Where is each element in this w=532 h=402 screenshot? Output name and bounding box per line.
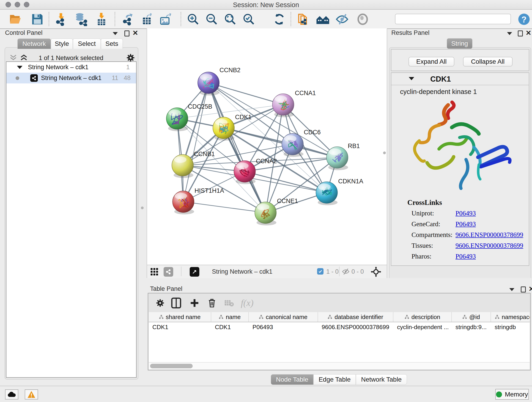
- table-cell[interactable]: stringdb: [491, 322, 530, 332]
- delete-column-trash-icon[interactable]: [207, 298, 216, 308]
- control-panel-menu-caret-icon[interactable]: [113, 32, 118, 35]
- document-share-icon: [297, 13, 310, 26]
- network-node-ccnb2[interactable]: CCNB2: [198, 67, 241, 95]
- collapse-all-chevron-icon[interactable]: [9, 54, 17, 61]
- table-hscrollbar[interactable]: [149, 362, 530, 370]
- import-network-database-button[interactable]: [74, 12, 88, 26]
- tab-sets[interactable]: Sets: [101, 38, 123, 49]
- tab-style[interactable]: Style: [51, 38, 73, 49]
- save-session-button[interactable]: [30, 12, 44, 26]
- table-panel-float-button[interactable]: [521, 287, 526, 293]
- export-image-button[interactable]: [158, 12, 173, 26]
- network-node-cdc25b[interactable]: CDC25B: [166, 103, 212, 131]
- import-network-file-button[interactable]: [54, 12, 68, 26]
- network-graph[interactable]: CCNB2CCNA1CDC25BCDK1CDC6RB1CCNB1CCNA2CDK…: [147, 28, 387, 264]
- network-node-ccne1[interactable]: CCNE1: [255, 198, 298, 225]
- network-collection-row[interactable]: String Network – cdk1 1: [6, 62, 136, 73]
- tab-network-table[interactable]: Network Table: [356, 374, 407, 385]
- control-panel-float-button[interactable]: [124, 31, 129, 36]
- open-session-from-cloud-button[interactable]: [296, 12, 310, 26]
- node-label: CDC25B: [188, 103, 212, 110]
- node-label: CDC6: [304, 129, 321, 136]
- network-node-rb1[interactable]: RB1: [326, 143, 360, 170]
- network-edge[interactable]: [183, 202, 266, 213]
- table-hscrollbar-thumb[interactable]: [150, 364, 193, 368]
- results-panel-close-button[interactable]: ✕: [526, 30, 531, 36]
- column-header-database-identifier[interactable]: database identifier: [318, 312, 393, 322]
- cloud-status-button[interactable]: [5, 389, 18, 400]
- expand-all-chevron-icon[interactable]: [20, 54, 28, 61]
- gene-section-expander-icon[interactable]: [409, 77, 414, 80]
- birds-eye-view-grid-icon[interactable]: [150, 268, 158, 276]
- crosslink-link[interactable]: P06493: [456, 220, 476, 231]
- string-badge-icon[interactable]: [164, 267, 173, 277]
- table-options-gear-icon[interactable]: [156, 298, 165, 307]
- fit-selected-crosshair-icon[interactable]: [371, 267, 381, 277]
- network-edge[interactable]: [183, 83, 209, 202]
- network-edge[interactable]: [209, 83, 283, 104]
- column-header-name[interactable]: name: [211, 312, 249, 322]
- crosslinks-title: CrossLinks: [407, 198, 442, 207]
- crosslink-link[interactable]: P06493: [456, 210, 476, 220]
- memory-button[interactable]: Memory: [495, 389, 529, 400]
- network-node-cdc6[interactable]: CDC6: [282, 129, 321, 157]
- network-node-ccna1[interactable]: CCNA1: [272, 89, 316, 117]
- add-column-plus-icon[interactable]: [190, 298, 199, 308]
- home-button[interactable]: [316, 12, 330, 26]
- column-header-namespace[interactable]: namespace: [491, 312, 530, 322]
- table-panel-menu-caret-icon[interactable]: [509, 288, 514, 291]
- network-canvas[interactable]: CCNB2CCNA1CDC25BCDK1CDC6RB1CCNB1CCNA2CDK…: [147, 28, 387, 265]
- show-graphics-details-button[interactable]: [355, 12, 370, 26]
- network-node-cdkn1a[interactable]: CDKN1A: [316, 178, 363, 205]
- crosslink-link[interactable]: 9606.ENSP00000378699: [456, 231, 523, 242]
- collection-expander-icon[interactable]: [17, 66, 22, 69]
- search-input[interactable]: [395, 14, 511, 24]
- crosslink-link[interactable]: P06493: [456, 253, 476, 263]
- column-header-canonical-name[interactable]: canonical name: [249, 312, 318, 322]
- window-title: Session: New Session: [0, 1, 532, 9]
- tab-select[interactable]: Select: [73, 38, 101, 49]
- table-panel-close-button[interactable]: ✕: [529, 286, 532, 292]
- left-splitter-grip[interactable]: [141, 206, 144, 209]
- export-network-button[interactable]: [121, 12, 135, 26]
- help-button[interactable]: ?: [517, 12, 531, 26]
- warning-status-button[interactable]: [25, 389, 38, 400]
- table-cell[interactable]: stringdb:9...: [452, 322, 491, 332]
- column-header-description[interactable]: description: [393, 312, 452, 322]
- open-session-button[interactable]: [8, 12, 22, 26]
- tab-network[interactable]: Network: [17, 38, 51, 49]
- show-columns-icon[interactable]: [171, 298, 181, 308]
- table-cell[interactable]: P06493: [249, 322, 318, 332]
- results-panel-menu-caret-icon[interactable]: [507, 32, 512, 35]
- export-table-button[interactable]: [140, 12, 154, 26]
- zoom-fit-button[interactable]: [223, 12, 237, 26]
- table-cell[interactable]: 9606.ENSP00000378699: [318, 322, 393, 332]
- zoom-selected-button[interactable]: [242, 12, 256, 26]
- tab-edge-table[interactable]: Edge Table: [313, 374, 356, 385]
- collapse-all-button[interactable]: Collapse All: [463, 57, 513, 66]
- right-splitter-grip[interactable]: [383, 152, 386, 154]
- refresh-button[interactable]: [272, 12, 286, 26]
- gene-section-header[interactable]: CDK1: [391, 73, 529, 85]
- zoom-in-button[interactable]: [186, 12, 200, 26]
- network-row[interactable]: String Network – cdk1 11 48: [6, 73, 136, 83]
- results-panel-float-button[interactable]: [518, 31, 523, 36]
- hide-graphics-details-button[interactable]: [335, 12, 349, 26]
- column-header-@id[interactable]: @id: [452, 312, 491, 322]
- table-row[interactable]: CDK1CDK1P064939606.ENSP00000378699cyclin…: [149, 322, 530, 332]
- import-table-file-button[interactable]: [94, 12, 109, 26]
- crosslink-link[interactable]: 9606.ENSP00000378699: [456, 242, 523, 253]
- table-cell[interactable]: cyclin-dependent ...: [393, 322, 452, 332]
- table-cell[interactable]: CDK1: [149, 322, 211, 332]
- network-options-gear-icon[interactable]: [126, 53, 135, 62]
- zoom-out-button[interactable]: [205, 12, 219, 26]
- control-panel-close-button[interactable]: ✕: [133, 30, 138, 36]
- table-cell[interactable]: CDK1: [211, 322, 249, 332]
- column-header-shared-name[interactable]: shared name: [149, 312, 211, 322]
- tab-node-table[interactable]: Node Table: [271, 374, 313, 385]
- network-node-hist1h1a[interactable]: HIST1H1A: [172, 187, 224, 214]
- tab-string[interactable]: String: [447, 38, 472, 49]
- selected-checkbox-icon[interactable]: [317, 268, 323, 274]
- open-network-in-browser-icon[interactable]: [190, 267, 199, 277]
- expand-all-button[interactable]: Expand All: [409, 57, 454, 66]
